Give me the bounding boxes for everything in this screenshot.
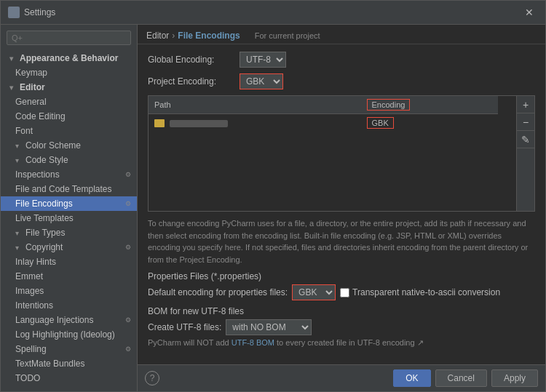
main-content: Editor › File Encodings For current proj…	[138, 25, 545, 391]
properties-label: Default encoding for properties files:	[148, 287, 288, 297]
content-area: Global Encoding: UTF-8 Project Encoding:…	[138, 44, 545, 364]
sidebar-item-file-encodings[interactable]: File Encodings ⚙	[1, 196, 137, 211]
encoding-table: Path Encoding	[149, 96, 498, 132]
bom-row: Create UTF-8 files: with NO BOM	[148, 319, 535, 335]
sidebar-item-font[interactable]: Font	[1, 124, 137, 138]
expand-icon: ▾	[9, 84, 18, 92]
project-encoding-row: Project Encoding: GBK	[148, 73, 535, 89]
properties-row: Default encoding for properties files: G…	[148, 284, 535, 300]
create-utf8-select[interactable]: with NO BOM	[226, 319, 312, 335]
search-input[interactable]	[7, 31, 131, 45]
project-encoding-select[interactable]: GBK	[240, 73, 283, 89]
sidebar-item-code-style[interactable]: ▾ Code Style	[1, 153, 137, 167]
expand-icon: ▾	[15, 244, 24, 252]
sidebar-item-log-highlighting[interactable]: Log Highlighting (Ideolog)	[1, 327, 137, 342]
close-button[interactable]: ✕	[521, 5, 538, 20]
bom-note-link[interactable]: UTF-8 BOM	[232, 338, 274, 347]
masked-path	[170, 120, 228, 127]
transparent-label: Transparent native-to-ascii conversion	[352, 287, 500, 297]
dialog-body: ▾ Appearance & Behavior Keymap ▾ Editor …	[1, 25, 545, 391]
apply-button[interactable]: Apply	[491, 369, 538, 387]
row-encoding-badge: GBK	[367, 117, 394, 129]
expand-icon: ▾	[15, 156, 24, 164]
sidebar-item-inspections[interactable]: Inspections ⚙	[1, 167, 137, 182]
remove-encoding-button[interactable]: −	[517, 113, 534, 131]
titlebar: Settings ✕	[1, 1, 545, 25]
settings-icon: ⚙	[125, 171, 131, 178]
bom-note-before: PyCharm will NOT add	[148, 338, 232, 347]
sidebar-item-spelling[interactable]: Spelling ⚙	[1, 342, 137, 356]
settings-icon: ⚙	[125, 244, 131, 251]
sidebar-item-language-injections[interactable]: Language Injections ⚙	[1, 313, 137, 327]
table-side-buttons: + − ✎	[516, 96, 534, 211]
settings-icon: ⚙	[125, 200, 131, 207]
project-encoding-label: Project Encoding:	[148, 76, 235, 87]
sidebar-item-editor[interactable]: ▾ Editor	[1, 80, 137, 95]
settings-icon: ⚙	[125, 316, 131, 324]
encoding-table-main: Path Encoding	[149, 96, 516, 211]
bom-note-after: to every created file in UTF-8 encoding …	[274, 338, 424, 347]
path-cell	[149, 114, 361, 132]
sidebar-item-emmet[interactable]: Emmet	[1, 269, 137, 284]
settings-icon: ⚙	[125, 345, 131, 353]
encoding-badge: Encoding	[367, 99, 411, 111]
sidebar-item-live-templates[interactable]: Live Templates	[1, 211, 137, 225]
sidebar-item-code-editing[interactable]: Code Editing	[1, 109, 137, 124]
settings-dialog: Settings ✕ ▾ Appearance & Behavior Keyma…	[0, 0, 546, 392]
bom-note: PyCharm will NOT add UTF-8 BOM to every …	[148, 338, 535, 348]
breadcrumb-current: File Encodings	[178, 31, 240, 41]
folder-icon	[154, 119, 165, 127]
sidebar-item-file-code-templates[interactable]: File and Code Templates	[1, 182, 137, 196]
create-utf8-label: Create UTF-8 files:	[148, 322, 221, 332]
properties-section-title: Properties Files (*.properties)	[148, 271, 535, 281]
description-text: To change encoding PyCharm uses for a fi…	[148, 217, 535, 265]
sidebar-item-inlay-hints[interactable]: Inlay Hints	[1, 255, 137, 269]
global-encoding-label: Global Encoding:	[148, 55, 235, 65]
sidebar-item-file-types[interactable]: ▾ File Types	[1, 225, 137, 240]
col-path: Path	[149, 96, 361, 114]
for-current-project: For current project	[255, 31, 320, 40]
breadcrumb: Editor › File Encodings For current proj…	[138, 25, 545, 44]
edit-encoding-button[interactable]: ✎	[517, 131, 534, 148]
app-icon	[8, 7, 20, 18]
global-encoding-select[interactable]: UTF-8	[240, 52, 286, 68]
ok-button[interactable]: OK	[393, 369, 430, 387]
sidebar-item-appearance[interactable]: ▾ Appearance & Behavior	[1, 51, 137, 65]
dialog-title: Settings	[24, 7, 521, 17]
breadcrumb-sep: ›	[172, 31, 175, 41]
sidebar-item-images[interactable]: Images	[1, 284, 137, 298]
sidebar-item-intentions[interactable]: Intentions	[1, 298, 137, 313]
sidebar-item-copyright[interactable]: ▾ Copyright ⚙	[1, 240, 137, 255]
sidebar: ▾ Appearance & Behavior Keymap ▾ Editor …	[1, 25, 138, 391]
transparent-checkbox[interactable]	[340, 288, 349, 297]
expand-icon: ▾	[15, 142, 24, 150]
help-button[interactable]: ?	[145, 371, 159, 385]
add-encoding-button[interactable]: +	[517, 96, 534, 113]
sidebar-item-general[interactable]: General	[1, 95, 137, 109]
col-encoding: Encoding	[361, 96, 499, 114]
global-encoding-row: Global Encoding: UTF-8	[148, 52, 535, 68]
sidebar-item-keymap[interactable]: Keymap	[1, 65, 137, 80]
expand-icon: ▾	[15, 229, 24, 237]
properties-encoding-select[interactable]: GBK	[292, 284, 336, 300]
sidebar-item-todo[interactable]: TODO	[1, 371, 137, 385]
breadcrumb-section: Editor	[146, 31, 169, 41]
encoding-cell: GBK	[361, 114, 499, 132]
expand-icon: ▾	[9, 55, 18, 63]
transparent-checkbox-label: Transparent native-to-ascii conversion	[340, 287, 500, 297]
bottom-bar: ? OK Cancel Apply	[138, 364, 545, 391]
bom-section: BOM for new UTF-8 files Create UTF-8 fil…	[148, 306, 535, 348]
sidebar-item-textmate-bundles[interactable]: TextMate Bundles	[1, 356, 137, 371]
table-row[interactable]: GBK	[149, 114, 498, 132]
encoding-table-wrapper: Path Encoding	[148, 95, 535, 212]
sidebar-item-color-scheme[interactable]: ▾ Color Scheme	[1, 138, 137, 153]
search-box	[1, 28, 137, 48]
cancel-button[interactable]: Cancel	[435, 369, 487, 387]
bom-title: BOM for new UTF-8 files	[148, 306, 535, 316]
